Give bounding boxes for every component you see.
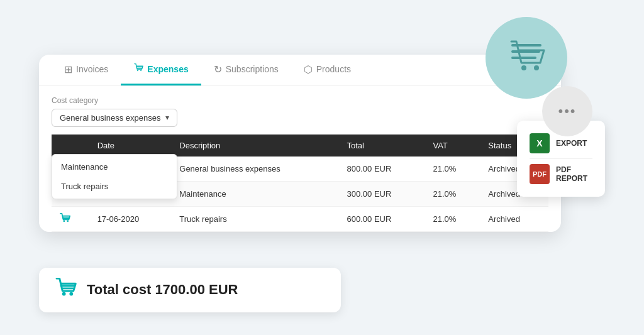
more-options-button[interactable]: •••: [542, 86, 592, 136]
svg-point-24: [69, 292, 73, 295]
row-status: Archived: [480, 206, 548, 231]
table-header-row: Date Description Total VAT Status: [52, 135, 548, 157]
svg-point-8: [140, 70, 142, 71]
tab-expenses-label: Expenses: [147, 64, 188, 74]
tab-invoices-label: Invoices: [76, 64, 108, 74]
row-total: 300.00 EUR: [340, 181, 426, 206]
expenses-icon: [133, 63, 143, 75]
col-vat: VAT: [425, 135, 480, 157]
tab-expenses[interactable]: Expenses: [121, 55, 201, 85]
svg-point-23: [62, 292, 66, 295]
dropdown-item-maintenance[interactable]: Maintenance: [52, 157, 177, 177]
pdf-icon: PDF: [530, 164, 550, 184]
cost-category-label: Cost category: [52, 96, 548, 105]
chevron-down-icon: ▾: [165, 113, 169, 122]
svg-point-7: [137, 70, 138, 71]
tab-products-label: Products: [316, 64, 351, 74]
filter-row: General business expenses ▾: [52, 109, 548, 127]
row-vat: 21.0%: [425, 206, 480, 231]
svg-point-3: [521, 65, 526, 70]
total-amount: Total cost 1700.00 EUR: [87, 282, 238, 298]
cost-category-dropdown[interactable]: General business expenses ▾: [52, 109, 177, 127]
tab-subscriptions-label: Subscriptions: [226, 64, 279, 74]
main-card: ⊞ Invoices Expenses ↻ Subscriptions: [39, 55, 561, 232]
row-icon-cell: [52, 206, 90, 231]
svg-point-20: [67, 220, 69, 222]
teal-circle-decoration: [486, 17, 567, 99]
products-icon: ⬡: [304, 63, 313, 75]
more-dots-icon: •••: [558, 103, 576, 119]
row-vat: 21.0%: [425, 157, 480, 182]
excel-icon: X: [530, 133, 550, 153]
row-description: General business expenses: [172, 157, 339, 182]
col-total: Total: [340, 135, 426, 157]
total-bar: Total cost 1700.00 EUR: [39, 268, 341, 312]
tab-subscriptions[interactable]: ↻ Subscriptions: [201, 55, 291, 86]
row-vat: 21.0%: [425, 181, 480, 206]
dropdown-menu: Maintenance Truck repairs: [52, 154, 177, 199]
subscriptions-icon: ↻: [214, 63, 222, 75]
row-total: 600.00 EUR: [340, 206, 426, 231]
col-icon: [52, 135, 90, 157]
row-total: 800.00 EUR: [340, 157, 426, 182]
col-date: Date: [90, 135, 172, 157]
svg-point-19: [63, 220, 65, 222]
col-description: Description: [172, 135, 339, 157]
total-cart-icon: [54, 278, 77, 302]
dropdown-item-truck-repairs[interactable]: Truck repairs: [52, 177, 177, 196]
row-date: 17-06-2020: [90, 206, 172, 231]
dropdown-selected-value: General business expenses: [60, 113, 160, 123]
table-row[interactable]: 17-06-2020 Truck repairs 600.00 EUR 21.0…: [52, 206, 548, 231]
export-pdf-button[interactable]: PDF PDF REPORT: [530, 159, 592, 189]
export-excel-label: EXPORT: [556, 139, 587, 148]
row-description: Truck repairs: [172, 206, 339, 231]
invoices-icon: ⊞: [64, 63, 72, 75]
row-description: Maintenance: [172, 181, 339, 206]
svg-point-4: [534, 65, 539, 70]
tab-products[interactable]: ⬡ Products: [291, 55, 364, 86]
export-pdf-label: PDF REPORT: [556, 165, 587, 183]
tab-invoices[interactable]: ⊞ Invoices: [52, 55, 121, 86]
cart-icon-large: [508, 40, 545, 75]
tab-bar: ⊞ Invoices Expenses ↻ Subscriptions: [39, 55, 561, 86]
